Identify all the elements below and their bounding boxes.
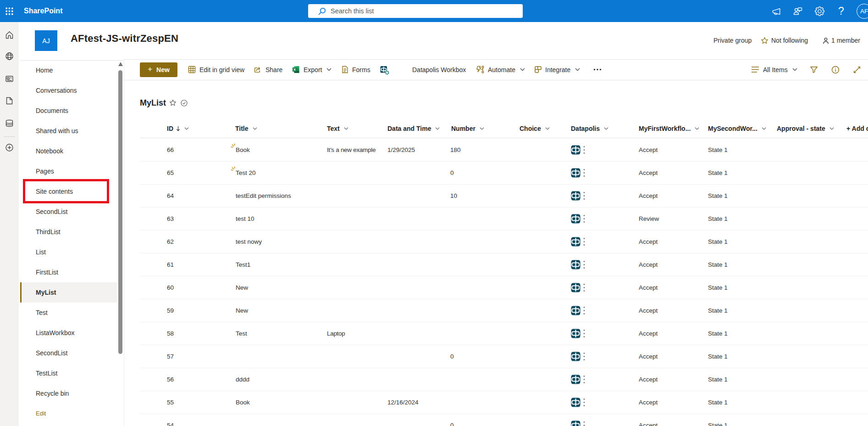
svg-text:X: X [293,67,296,72]
